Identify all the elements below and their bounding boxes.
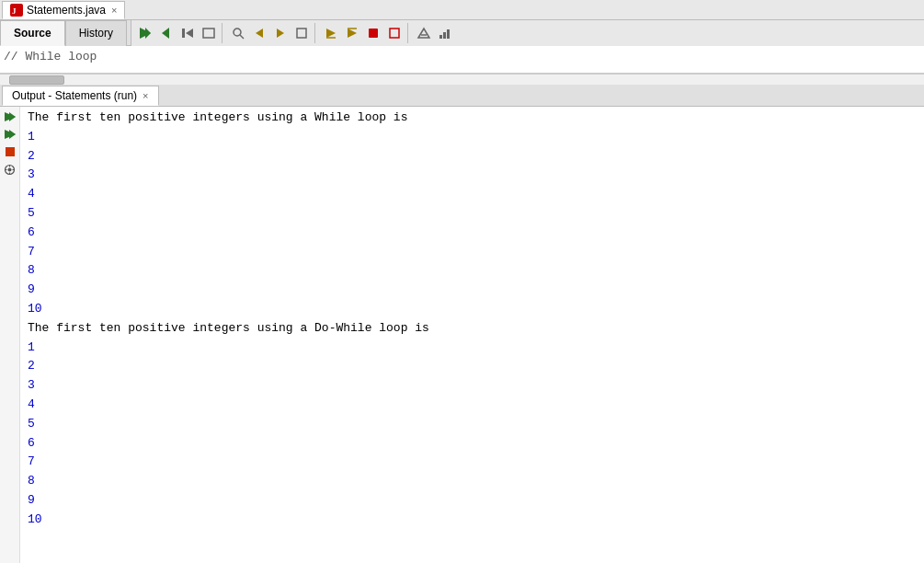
svg-marker-19: [418, 29, 429, 38]
output-line: 5: [28, 415, 917, 434]
output-settings-btn[interactable]: [2, 161, 18, 178]
editor-section: J Statements.java × Source History: [0, 0, 924, 85]
output-line: 7: [28, 243, 917, 262]
search-btn[interactable]: [228, 23, 248, 43]
svg-rect-22: [443, 32, 446, 39]
svg-marker-25: [9, 112, 16, 121]
toolbar-sep-2: [314, 23, 318, 43]
svg-marker-27: [9, 130, 16, 139]
java-icon: J: [10, 4, 23, 17]
file-tab[interactable]: J Statements.java ×: [2, 1, 125, 19]
toolbar-sep-1: [222, 23, 225, 43]
profile-btn[interactable]: [435, 23, 455, 43]
output-line: 5: [28, 204, 917, 224]
output-line: The first ten positive integers using a …: [28, 319, 917, 339]
output-tab-close[interactable]: ×: [143, 90, 148, 101]
rerun-btn2[interactable]: [2, 126, 18, 143]
svg-marker-7: [203, 29, 214, 38]
output-line: 2: [28, 147, 917, 167]
output-line: The first ten positive integers using a …: [28, 109, 917, 128]
svg-rect-12: [297, 29, 306, 38]
output-line: 2: [28, 357, 917, 376]
tab-source[interactable]: Source: [0, 20, 65, 46]
output-line: 6: [28, 434, 917, 454]
prev-btn[interactable]: [249, 23, 269, 43]
svg-rect-5: [182, 29, 185, 38]
next-btn[interactable]: [270, 23, 291, 43]
svg-point-30: [8, 167, 12, 171]
output-gutter: [0, 107, 20, 563]
file-tab-label: Statements.java: [27, 4, 106, 17]
output-panel: Output - Statements (run) ×: [0, 85, 924, 563]
svg-marker-3: [145, 28, 151, 39]
output-line: 6: [28, 224, 917, 243]
output-line: 9: [28, 281, 917, 300]
output-tab-bar: Output - Statements (run) ×: [0, 85, 924, 107]
output-line: 4: [28, 396, 917, 415]
run-last-btn[interactable]: [135, 23, 155, 43]
svg-marker-13: [326, 29, 336, 38]
output-tab[interactable]: Output - Statements (run) ×: [2, 86, 159, 106]
svg-text:J: J: [12, 6, 17, 16]
editor-scrollbar-h[interactable]: [0, 74, 924, 85]
output-line: 4: [28, 185, 917, 204]
output-line: 1: [28, 339, 917, 358]
output-tab-label: Output - Statements (run): [12, 89, 137, 102]
svg-marker-6: [186, 29, 193, 38]
rerun-btn[interactable]: [2, 109, 18, 125]
svg-marker-11: [277, 29, 284, 38]
stop-output-btn[interactable]: [2, 144, 18, 160]
svg-rect-28: [6, 147, 15, 156]
code-text: // While loop: [0, 46, 924, 63]
code-partial-view: // While loop: [0, 46, 924, 74]
svg-rect-21: [439, 35, 442, 39]
step-out-btn[interactable]: [363, 23, 383, 43]
tab-history[interactable]: History: [65, 20, 127, 46]
stop-btn2[interactable]: [291, 23, 312, 43]
svg-marker-10: [256, 29, 263, 38]
toolbar-sep-3: [407, 23, 411, 43]
file-tab-close[interactable]: ×: [111, 5, 117, 16]
svg-rect-18: [390, 29, 399, 38]
source-tab-bar: Source History: [0, 20, 924, 46]
step-into-btn[interactable]: [321, 23, 341, 43]
output-line: 10: [28, 300, 917, 319]
code-partial-content: // While loop: [4, 50, 97, 63]
output-line: 8: [28, 472, 917, 491]
compile-btn[interactable]: [414, 23, 434, 43]
svg-marker-15: [348, 29, 357, 38]
run-btn[interactable]: [156, 23, 177, 43]
output-line: 3: [28, 376, 917, 396]
output-line: 8: [28, 261, 917, 281]
step-over-btn[interactable]: [342, 23, 362, 43]
output-content[interactable]: The first ten positive integers using a …: [20, 107, 924, 563]
step-back-btn[interactable]: [177, 23, 198, 43]
scrollbar-thumb[interactable]: [9, 75, 64, 85]
file-tab-bar: J Statements.java ×: [0, 0, 924, 20]
svg-line-9: [240, 35, 244, 39]
svg-rect-23: [447, 29, 450, 39]
svg-point-8: [234, 29, 241, 36]
output-body: The first ten positive integers using a …: [0, 107, 924, 563]
output-line: 1: [28, 128, 917, 147]
output-line: 9: [28, 491, 917, 511]
output-line: 7: [28, 453, 917, 472]
output-line: 10: [28, 511, 917, 530]
svg-marker-4: [162, 28, 169, 39]
main-container: J Statements.java × Source History: [0, 0, 924, 563]
svg-rect-17: [369, 29, 378, 38]
stop-btn3[interactable]: [384, 23, 405, 43]
output-line: 3: [28, 166, 917, 185]
debug-btn[interactable]: [199, 23, 219, 43]
editor-toolbar: [131, 20, 924, 46]
